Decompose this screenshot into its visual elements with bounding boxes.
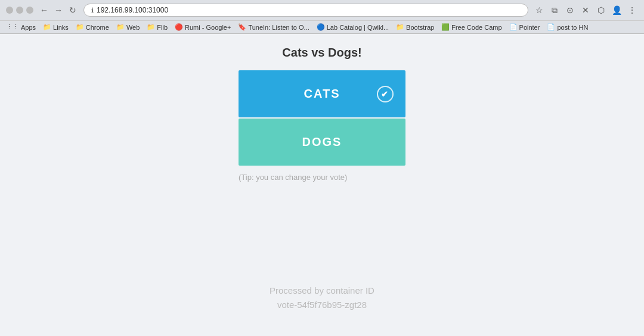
extension-icon[interactable]: ⬡ [595, 4, 607, 16]
bookmark-rumi[interactable]: 🔴 Rumi - Google+ [175, 23, 231, 31]
browser-action-buttons: ☆ ⧉ ⊙ ✕ ⬡ 👤 ⋮ [533, 4, 638, 16]
bookmark-fcc-label: Free Code Camp [451, 24, 501, 31]
footer-line1: Processed by container ID [270, 284, 374, 298]
dogs-vote-button[interactable]: DOGS [239, 119, 405, 166]
close-icon[interactable]: ✕ [580, 4, 592, 16]
browser-toolbar: ← → ↻ ℹ 192.168.99.100:31000 ☆ ⧉ ⊙ ✕ ⬡ 👤… [0, 0, 644, 20]
bookmark-pointer-label: Pointer [519, 24, 540, 31]
bookmark-chrome[interactable]: 📁 Chrome [76, 23, 109, 31]
bookmark-hn-label: post to HN [557, 24, 588, 31]
footer: Processed by container ID vote-54f5f76b9… [270, 266, 374, 336]
page-content: Cats vs Dogs! CATS ✔ DOGS (Tip: you can … [0, 34, 644, 336]
profile-icon[interactable]: 👤 [611, 4, 623, 16]
url-text: 192.168.99.100:31000 [97, 6, 168, 14]
bookmark-apps-label: Apps [21, 24, 36, 31]
bookmark-hn[interactable]: 📄 post to HN [547, 23, 588, 31]
lock-icon: ℹ [91, 7, 94, 14]
back-button[interactable]: ← [38, 4, 50, 16]
bookmark-bootstrap[interactable]: 📁 Bootstrap [396, 23, 434, 31]
cats-vote-button[interactable]: CATS ✔ [239, 70, 405, 117]
lab-icon: 🔵 [317, 23, 325, 31]
reload-button[interactable]: ↻ [67, 4, 79, 16]
bookmark-tunein-label: TuneIn: Listen to O... [248, 24, 309, 31]
vote-container: CATS ✔ DOGS (Tip: you can change your vo… [239, 70, 405, 182]
bookmark-rumi-label: Rumi - Google+ [185, 24, 231, 31]
bookmarks-bar: ⋮⋮ Apps 📁 Links 📁 Chrome 📁 Web 📁 Flib 🔴 … [0, 20, 644, 33]
dot-3 [26, 7, 33, 14]
bookmark-tunein[interactable]: 🔖 TuneIn: Listen to O... [238, 23, 309, 31]
bookmark-flib[interactable]: 📁 Flib [147, 23, 168, 31]
bookmark-lab-label: Lab Catalog | Qwikl... [327, 24, 389, 31]
browser-chrome: ← → ↻ ℹ 192.168.99.100:31000 ☆ ⧉ ⊙ ✕ ⬡ 👤… [0, 0, 644, 34]
footer-line2: vote-54f5f76b95-zgt28 [270, 298, 374, 312]
dot-2 [16, 7, 23, 14]
bookmark-apps[interactable]: ⋮⋮ Apps [6, 23, 36, 31]
folder-icon-4: 📁 [147, 23, 155, 31]
bookmark-links[interactable]: 📁 Links [43, 23, 69, 31]
page-title: Cats vs Dogs! [282, 46, 361, 60]
bookmark-fcc[interactable]: 🟩 Free Code Camp [441, 23, 501, 31]
checkmark-icon: ✔ [381, 89, 389, 99]
bookmark-chrome-label: Chrome [86, 24, 109, 31]
folder-icon-2: 📁 [76, 23, 84, 31]
dot-1 [6, 7, 13, 14]
folder-icon: 📁 [43, 23, 51, 31]
history-icon[interactable]: ⊙ [564, 4, 576, 16]
tunein-icon: 🔖 [238, 23, 246, 31]
vote-tip: (Tip: you can change your vote) [239, 173, 405, 182]
star-icon[interactable]: ☆ [533, 4, 545, 16]
cats-checkmark: ✔ [377, 86, 394, 102]
bookmark-lab[interactable]: 🔵 Lab Catalog | Qwikl... [317, 23, 389, 31]
bookmark-web[interactable]: 📁 Web [116, 23, 140, 31]
layers-icon[interactable]: ⧉ [549, 4, 561, 16]
menu-icon[interactable]: ⋮ [626, 4, 638, 16]
bootstrap-icon: 📁 [396, 23, 404, 31]
folder-icon-3: 📁 [116, 23, 125, 31]
doc-icon-2: 📄 [547, 23, 555, 31]
browser-nav-buttons: ← → ↻ [38, 4, 79, 16]
bookmark-links-label: Links [53, 24, 69, 31]
dogs-label: DOGS [302, 135, 342, 149]
bookmark-bootstrap-label: Bootstrap [406, 24, 434, 31]
bookmark-pointer[interactable]: 📄 Pointer [509, 23, 540, 31]
address-bar[interactable]: ℹ 192.168.99.100:31000 [83, 4, 528, 17]
apps-icon: ⋮⋮ [6, 23, 19, 31]
browser-dots [6, 7, 33, 14]
cats-label: CATS [304, 87, 340, 101]
fcc-icon: 🟩 [441, 23, 450, 31]
google-icon: 🔴 [175, 23, 183, 31]
doc-icon: 📄 [509, 23, 518, 31]
forward-button[interactable]: → [52, 4, 64, 16]
bookmark-flib-label: Flib [157, 24, 168, 31]
bookmark-web-label: Web [126, 24, 140, 31]
